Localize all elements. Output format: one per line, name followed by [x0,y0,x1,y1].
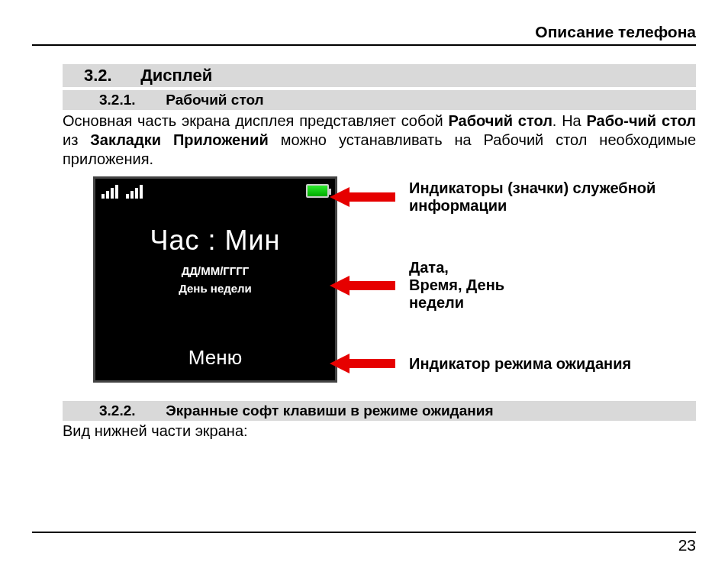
callout-text: Дата, Время, День недели [409,259,504,312]
arrow-icon [330,187,350,207]
callout-indicators: Индикаторы (значки) служебной информации [330,179,661,215]
screen-date: ДД/ММ/ГГГГ [95,264,335,277]
signal-icons [101,183,144,199]
section-number: 3.2. [84,66,136,86]
header-title: Описание телефона [535,23,696,40]
subsection-2-number: 3.2.2. [99,402,162,419]
callout-standby: Индикатор режима ожидания [330,354,631,373]
arrow-icon [330,276,350,296]
page-number: 23 [678,536,696,554]
para-text: . На [552,112,587,129]
page-header: Описание телефона [32,23,696,46]
svg-rect-3 [115,185,118,199]
callout-datetime: Дата, Время, День недели [330,259,504,312]
svg-rect-2 [111,188,114,199]
callouts: Индикаторы (значки) служебной информации… [337,176,696,383]
screen-menu-label: Меню [95,346,335,370]
para-text: из [63,131,90,148]
subsection-1-title: Рабочий стол [166,92,263,108]
svg-rect-1 [106,191,109,199]
subsection-1-number: 3.2.1. [99,92,162,108]
svg-rect-0 [101,194,105,199]
svg-rect-6 [135,188,138,199]
svg-rect-7 [140,185,143,199]
subsection-2-title: Экранные софт клавиши в режиме ожидания [166,402,493,419]
status-bar [95,179,335,199]
svg-rect-4 [126,194,129,199]
intro-paragraph: Основная часть экрана дисплея представля… [63,112,696,169]
callout-text: Индикатор режима ожидания [409,355,631,373]
para-bold: Рабо-чий стол [587,112,696,129]
subsection-2-heading: 3.2.2. Экранные софт клавиши в режиме ож… [63,401,696,421]
section-heading: 3.2. Дисплей [63,64,696,87]
para-bold: Закладки Приложений [90,131,269,148]
subsection-1-heading: 3.2.1. Рабочий стол [63,90,696,110]
section-title: Дисплей [140,66,212,85]
callout-text: Индикаторы (значки) служебной информации [409,179,661,215]
phone-screen: Час : Мин ДД/ММ/ГГГГ День недели Меню [93,176,337,383]
battery-icon [306,184,329,198]
svg-rect-5 [130,191,134,199]
para-text: Основная часть экрана дисплея представля… [63,112,449,129]
para-bold: Рабочий стол [449,112,552,129]
figure: Час : Мин ДД/ММ/ГГГГ День недели Меню Ин… [93,176,696,383]
page-footer: 23 [32,532,696,554]
body-text: Вид нижней части экрана: [63,422,696,440]
signal-icon [101,183,120,199]
screen-weekday: День недели [95,282,335,295]
arrow-icon [330,354,350,373]
signal-icon [126,183,144,199]
screen-clock: Час : Мин [95,225,335,257]
